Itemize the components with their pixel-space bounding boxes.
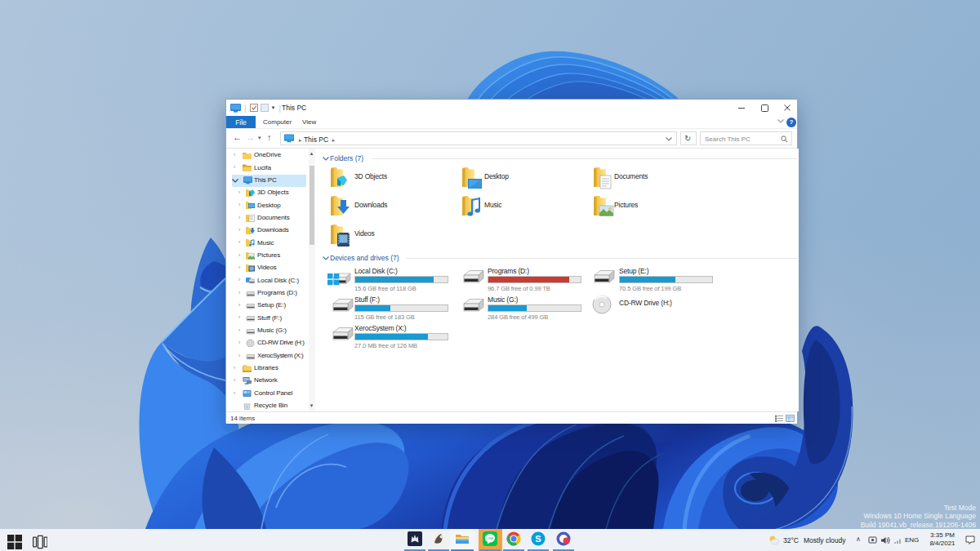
svg-text:LINE: LINE (487, 536, 494, 540)
svg-text:S: S (535, 534, 541, 544)
